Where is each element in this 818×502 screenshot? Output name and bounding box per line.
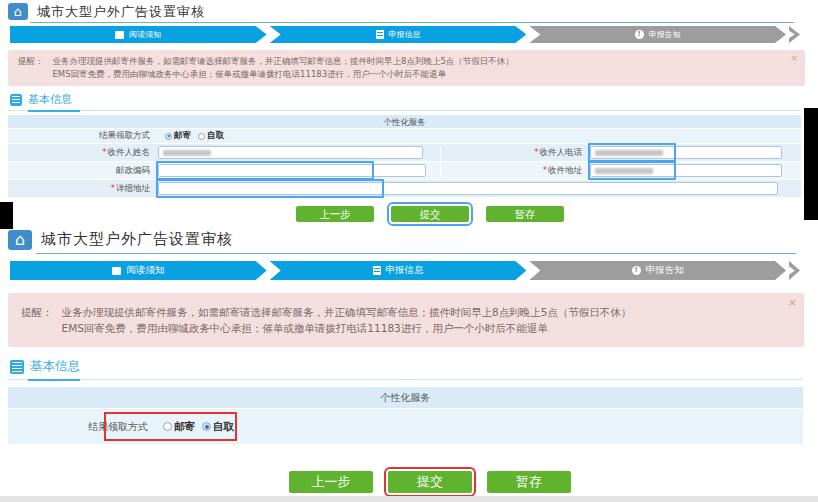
postcode-input[interactable] <box>158 164 426 177</box>
alert-line1: 业务办理现提供邮寄件服务，如需邮寄请选择邮寄服务，并正确填写邮寄信息；揽件时间早… <box>53 55 514 68</box>
home-icon: ⌂ <box>8 230 32 250</box>
address-input[interactable] <box>590 164 782 177</box>
result-method-row: 结果领取方式 邮寄 自取 <box>8 409 803 445</box>
mailing-notice-alert: 提醒： 业务办理现提供邮寄件服务，如需邮寄请选择邮寄服务，并正确填写邮寄信息；揽… <box>8 293 804 347</box>
wizard-steps: 阅读须知 申报信息 申报告知 <box>10 26 800 43</box>
radio-selected-icon[interactable] <box>202 422 211 431</box>
radio-unselected-icon[interactable] <box>163 422 172 431</box>
form-icon <box>376 30 384 39</box>
section-title: 基本信息 <box>28 92 72 107</box>
postcode-label: 邮政编码 <box>8 165 158 177</box>
prev-step-button[interactable]: 上一步 <box>289 471 373 493</box>
step-label: 阅读须知 <box>129 29 161 40</box>
postcode-address-row: 邮政编码 *收件地址 <box>8 162 801 180</box>
submit-button[interactable]: 提交 <box>388 471 472 493</box>
radio-mail[interactable]: 邮寄 <box>165 130 191 142</box>
radio-pickup[interactable]: 自取 <box>198 130 224 142</box>
step-declaration-notify[interactable]: 申报告知 <box>529 261 786 280</box>
step-declaration-notify[interactable]: 申报告知 <box>529 26 786 43</box>
screenshot-artifact-bar <box>0 202 13 229</box>
result-method-label: 结果领取方式 <box>8 130 158 142</box>
radio-mail-label[interactable]: 邮寄 <box>174 420 195 434</box>
recipient-name-label: *收件人姓名 <box>8 147 158 159</box>
header-divider <box>30 22 794 23</box>
prev-step-button[interactable]: 上一步 <box>296 206 374 222</box>
bottom-edge-strip <box>0 496 818 502</box>
redacted-value <box>595 150 663 156</box>
chevron-right-icon <box>789 261 800 280</box>
document-icon <box>115 31 124 39</box>
screenshot-artifact-bar <box>804 108 818 220</box>
action-buttons: 上一步 提交 暂存 <box>0 471 818 493</box>
result-method-label: 结果领取方式 <box>8 420 156 434</box>
detail-address-row: *详细地址 <box>8 180 801 198</box>
step-label: 申报告知 <box>646 264 684 277</box>
result-method-row: 结果领取方式 邮寄 自取 <box>8 129 801 144</box>
table-group-header: 个性化服务 <box>8 387 803 409</box>
list-icon <box>10 360 24 374</box>
list-icon <box>10 94 22 106</box>
mailing-notice-alert: 提醒： 业务办理现提供邮寄件服务，如需邮寄请选择邮寄服务，并正确填写邮寄信息；揽… <box>8 50 805 86</box>
radio-mail-label[interactable]: 邮寄 <box>174 130 191 142</box>
home-icon: ⌂ <box>8 3 28 20</box>
section-divider <box>8 379 803 380</box>
step-declaration-info[interactable]: 申报信息 <box>270 261 527 280</box>
result-method-radio-group: 邮寄 自取 <box>163 420 234 434</box>
name-phone-row: *收件人姓名 *收件人电话 <box>8 144 801 162</box>
save-draft-button[interactable]: 暂存 <box>487 471 571 493</box>
step-read-notice[interactable]: 阅读须知 <box>10 26 267 43</box>
step-read-notice[interactable]: 阅读须知 <box>10 261 267 280</box>
step-label: 申报信息 <box>386 264 424 277</box>
redacted-value <box>163 150 211 156</box>
radio-pickup-label[interactable]: 自取 <box>213 420 234 434</box>
page-title: 城市大型户外广告设置审核 <box>41 230 233 249</box>
alert-prefix: 提醒： <box>18 55 44 81</box>
basic-info-section-header: 基本信息 <box>10 92 818 107</box>
step-label: 申报告知 <box>649 29 681 40</box>
recipient-name-input[interactable] <box>158 146 423 159</box>
result-method-radio-group: 邮寄 自取 <box>165 130 224 142</box>
chevron-right-icon <box>789 26 800 43</box>
submit-button[interactable]: 提交 <box>391 206 469 222</box>
alert-line1: 业务办理现提供邮寄件服务，如需邮寄请选择邮寄服务，并正确填写邮寄信息；揽件时间早… <box>62 304 632 320</box>
section-title: 基本信息 <box>30 358 80 375</box>
wizard-panel-top: ⌂ 城市大型户外广告设置审核 阅读须知 申报信息 申报告知 提醒： 业务办理现提… <box>0 0 818 222</box>
wizard-panel-bottom: ⌂ 城市大型户外广告设置审核 阅读须知 申报信息 申报告知 提醒： 业务办理现提… <box>0 222 818 493</box>
recipient-phone-input[interactable] <box>590 146 782 159</box>
page-header: ⌂ 城市大型户外广告设置审核 <box>0 222 818 250</box>
radio-selected-icon[interactable] <box>165 133 172 140</box>
section-divider <box>8 110 801 111</box>
alert-body: 业务办理现提供邮寄件服务，如需邮寄请选择邮寄服务，并正确填写邮寄信息；揽件时间早… <box>62 304 632 336</box>
detail-address-label: *详细地址 <box>8 183 158 195</box>
header-divider <box>36 253 796 254</box>
alert-line2: EMS回寄免费，费用由聊城政务中心承担；催单或撤单请拨打电话11183进行，用户… <box>53 68 514 81</box>
detail-address-input[interactable] <box>158 182 778 195</box>
alert-line2: EMS回寄免费，费用由聊城政务中心承担；催单或撤单请拨打电话11183进行，用户… <box>62 320 632 336</box>
address-label: *收件地址 <box>440 165 590 177</box>
recipient-phone-label: *收件人电话 <box>440 147 590 159</box>
page-title: 城市大型户外广告设置审核 <box>37 3 205 21</box>
alert-prefix: 提醒： <box>21 304 53 336</box>
close-icon[interactable]: × <box>790 52 798 65</box>
redacted-value <box>595 168 653 174</box>
radio-pickup-label[interactable]: 自取 <box>207 130 224 142</box>
form-icon <box>373 266 381 275</box>
alert-body: 业务办理现提供邮寄件服务，如需邮寄请选择邮寄服务，并正确填写邮寄信息；揽件时间早… <box>53 55 514 81</box>
personalized-service-table: 个性化服务 结果领取方式 邮寄 自取 *收件人姓名 *收件人电话 <box>8 115 801 198</box>
radio-unselected-icon[interactable] <box>198 133 205 140</box>
table-group-header: 个性化服务 <box>8 115 801 129</box>
wizard-steps: 阅读须知 申报信息 申报告知 <box>10 261 800 280</box>
step-label: 申报信息 <box>389 29 421 40</box>
save-draft-button[interactable]: 暂存 <box>486 206 564 222</box>
radio-pickup[interactable]: 自取 <box>202 420 234 434</box>
radio-mail[interactable]: 邮寄 <box>163 420 195 434</box>
step-label: 阅读须知 <box>126 264 164 277</box>
page-header: ⌂ 城市大型户外广告设置审核 <box>0 0 818 20</box>
info-icon <box>635 30 644 39</box>
basic-info-section-header: 基本信息 <box>10 358 818 375</box>
step-declaration-info[interactable]: 申报信息 <box>270 26 527 43</box>
document-icon <box>112 267 121 275</box>
info-icon <box>632 266 641 275</box>
action-buttons: 上一步 提交 暂存 <box>0 206 818 222</box>
close-icon[interactable]: × <box>788 295 797 311</box>
